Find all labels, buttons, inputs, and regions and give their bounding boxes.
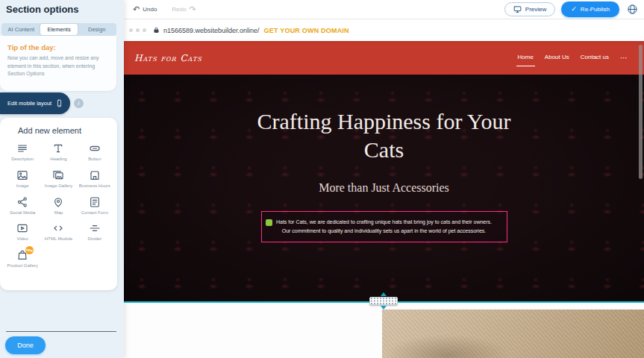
drag-grip-icon: [369, 297, 398, 305]
image-icon: [16, 169, 28, 181]
add-panel-title: Add new element: [0, 118, 117, 139]
business-hours-icon: [89, 169, 101, 181]
add-new-element-panel: Add new element Description Heading Butt…: [0, 118, 117, 290]
tip-title: Tip of the day:: [7, 43, 109, 51]
element-tile-button[interactable]: Button: [77, 139, 113, 164]
video-icon: [16, 222, 28, 234]
element-tile-social-media[interactable]: Social Media: [4, 192, 40, 218]
mobile-phone-icon: [55, 99, 63, 107]
html-module-icon: [52, 222, 64, 234]
element-tile-business-hours[interactable]: Business Hours: [77, 166, 113, 191]
element-tile-html-module[interactable]: HTML Module: [40, 219, 76, 244]
section-options-sidebar: Section options AI Content Elements Desi…: [0, 0, 124, 358]
lock-icon: [153, 27, 160, 34]
next-section[interactable]: [124, 303, 644, 358]
tip-of-the-day-card: Tip of the day: Now you can add, move an…: [0, 36, 116, 91]
tab-elements[interactable]: Elements: [40, 24, 78, 35]
republish-button[interactable]: ✓ Re-Publish: [561, 1, 619, 17]
sidebar-divider: [6, 331, 116, 332]
browser-dots: [129, 28, 146, 32]
site-nav: Home About Us Contact us ⋯: [518, 41, 628, 75]
contact-form-icon: [89, 196, 101, 208]
tab-design[interactable]: Design: [78, 24, 116, 35]
edit-mobile-label: Edit mobile layout: [7, 100, 51, 107]
nav-item-about[interactable]: About Us: [545, 54, 569, 62]
sidebar-tabs: AI Content Elements Design: [1, 23, 116, 36]
element-grid: Description Heading Button Image Image G…: [0, 139, 117, 271]
element-tile-map[interactable]: Map: [40, 192, 76, 218]
language-globe-icon[interactable]: [627, 4, 638, 15]
address-bar: n1566589.websitebuilder.online/ GET YOUR…: [124, 19, 644, 41]
heading-icon: [52, 142, 64, 154]
check-icon: ✓: [571, 6, 577, 13]
divider-icon: [89, 222, 101, 234]
element-tile-video[interactable]: Video: [4, 219, 40, 244]
element-tile-contact-form[interactable]: Contact Form: [77, 192, 113, 218]
done-button[interactable]: Done: [5, 336, 46, 354]
element-tile-divider[interactable]: Divider: [77, 219, 113, 244]
monitor-icon: [513, 5, 522, 13]
preview-label: Preview: [525, 6, 546, 13]
site-logo[interactable]: Hats for Cats: [134, 53, 202, 63]
site-url[interactable]: n1566589.websitebuilder.online/: [163, 27, 260, 34]
hero-paragraph-text: Hats for Cats, we are dedicated to craft…: [276, 219, 492, 233]
next-section-image[interactable]: [382, 310, 644, 358]
image-gallery-icon: [52, 169, 64, 181]
element-tile-heading[interactable]: Heading: [40, 139, 76, 164]
editor-topbar: ↶ Undo Redo ↷ Preview ✓ Re-Publish: [124, 0, 644, 19]
scrollbar-thumb[interactable]: [639, 45, 643, 179]
tab-ai-content[interactable]: AI Content: [2, 24, 40, 35]
element-tile-product-gallery[interactable]: NEW Product Gallery: [4, 245, 40, 271]
tip-body: Now you can add, move and resize any ele…: [7, 54, 109, 78]
element-tile-image[interactable]: Image: [4, 166, 40, 191]
get-domain-link[interactable]: GET YOUR OWN DOMAIN: [264, 27, 349, 34]
element-tile-description[interactable]: Description: [4, 139, 40, 164]
redo-icon: ↷: [189, 5, 196, 13]
site-header: Hats for Cats Home About Us Contact us ⋯: [124, 41, 644, 75]
undo-icon: ↶: [133, 5, 140, 13]
nav-more-icon[interactable]: ⋯: [620, 54, 628, 62]
redo-label: Redo: [172, 6, 186, 13]
arrow-up-icon: [381, 292, 387, 296]
info-icon[interactable]: i: [74, 98, 84, 108]
preview-button[interactable]: Preview: [504, 2, 555, 16]
undo-button[interactable]: ↶ Undo: [133, 5, 157, 13]
hero-paragraph[interactable]: Hats for Cats, we are dedicated to craft…: [261, 211, 507, 242]
section-resize-handle[interactable]: [368, 292, 399, 310]
republish-label: Re-Publish: [581, 6, 610, 13]
undo-label: Undo: [143, 6, 157, 13]
website-builder-app: ↶ Undo Redo ↷ Preview ✓ Re-Publish: [0, 0, 644, 358]
ai-element-handle-icon[interactable]: [266, 219, 272, 226]
hero-subtitle[interactable]: More than Just Accessories: [319, 181, 449, 195]
arrow-down-icon: [381, 306, 387, 310]
social-media-icon: [16, 196, 28, 208]
map-pin-icon: [52, 196, 64, 208]
nav-item-contact[interactable]: Contact us: [581, 54, 609, 62]
element-tile-image-gallery[interactable]: Image Gallery: [40, 166, 76, 191]
edit-mobile-layout-button[interactable]: Edit mobile layout: [0, 92, 70, 114]
hero-section[interactable]: Crafting Happiness for Your Cats More th…: [124, 75, 644, 303]
text-lines-icon: [16, 142, 28, 154]
hero-title[interactable]: Crafting Happiness for Your Cats: [257, 107, 511, 163]
nav-item-home[interactable]: Home: [518, 54, 534, 62]
redo-button[interactable]: Redo ↷: [169, 5, 196, 13]
sidebar-title: Section options: [6, 4, 79, 15]
button-icon: [89, 142, 101, 154]
site-preview: Hats for Cats Home About Us Contact us ⋯…: [124, 41, 644, 358]
